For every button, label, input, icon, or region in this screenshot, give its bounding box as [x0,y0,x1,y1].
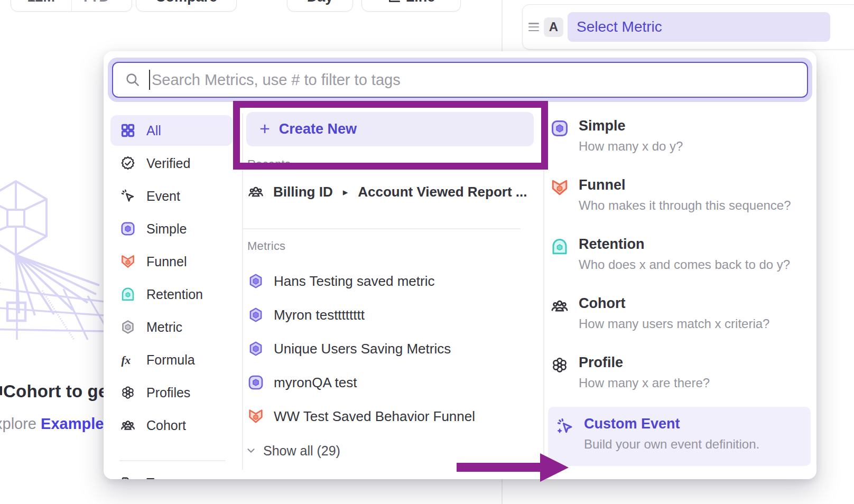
sidebar-item-label: Profiles [146,385,190,400]
sidebar-item-label: Tags [146,475,174,480]
range-ytd-button[interactable]: YTD [71,0,132,11]
sidebar-item-funnel[interactable]: Funnel [110,246,233,277]
retention-metric-icon [550,237,569,256]
sidebar-item-label: All [146,123,161,138]
sidebar-item-retention[interactable]: Retention [110,279,233,310]
recent-item-primary: Billing ID [273,184,333,200]
list-item[interactable]: Unique Users Saving Metrics [247,332,522,366]
profiles-flower-icon [119,384,136,401]
compare-button[interactable]: Compare [136,0,237,12]
simple-metric-icon [119,220,136,237]
metric-item-label: Unique Users Saving Metrics [274,341,451,357]
breadcrumb-arrow-icon: ▸ [343,186,348,198]
metrics-header: Metrics [247,239,285,253]
simple-metric-icon [247,374,264,391]
type-title: Funnel [579,177,791,193]
custom-event-cursor-icon [555,417,574,436]
type-description: Who does x and comes back to do y? [579,257,790,272]
formula-fx-icon: fx [119,351,136,368]
type-option-retention[interactable]: Retention Who does x and comes back to d… [550,236,813,272]
explore-prefix: xplore [0,415,36,432]
sidebar-item-label: Metric [146,320,182,335]
chart-type-line-button[interactable]: Line [361,0,461,12]
example-reports-link[interactable]: Example [41,415,104,432]
empty-state-heading: Cohort to ge [3,381,108,402]
range-12m-button[interactable]: 12M [11,0,71,11]
sidebar-item-label: Funnel [146,254,187,269]
simple-metric-icon [550,119,569,138]
select-metric-pill[interactable]: Select Metric [568,12,830,42]
sidebar-item-cohort[interactable]: Cohort [110,410,233,441]
metric-item-label: WW Test Saved Behavior Funnel [274,408,475,425]
section-divider [242,228,521,229]
purple-metric-hexagon-icon [247,306,264,323]
search-input[interactable]: Search Metrics, use # to filter to tags [112,62,808,98]
sidebar-item-label: Event [146,189,180,204]
list-item[interactable]: WW Test Saved Behavior Funnel [247,399,522,433]
line-chart-icon [387,0,401,4]
recent-item-secondary: Account Viewed Report ... [358,184,527,200]
sidebar-item-formula[interactable]: fx Formula [110,344,233,375]
recents-header: Recents [247,157,291,171]
line-label: Line [406,0,435,5]
sidebar-item-all[interactable]: All [110,115,233,146]
type-option-simple[interactable]: Simple How many x do y? [550,118,813,154]
list-item[interactable]: Hans Testing saved metric [247,264,522,298]
search-placeholder: Search Metrics, use # to filter to tags [152,71,401,89]
sidebar-item-verified[interactable]: Verified [110,148,233,179]
day-label: Day [307,0,333,5]
tag-icon [119,474,136,479]
date-range-group: 12M YTD [11,0,132,12]
type-title: Simple [579,118,683,134]
sidebar-item-profiles[interactable]: Profiles [110,377,233,408]
event-cursor-icon [119,188,136,204]
list-item[interactable]: myronQA test [247,366,522,399]
saved-metric-icon [119,319,136,335]
column-divider [242,114,243,470]
sidebar-item-metric[interactable]: Metric [110,312,233,342]
cohort-people-icon [119,417,136,434]
sidebar-item-label: Formula [146,352,195,368]
type-title: Cohort [579,295,769,312]
sidebar-item-event[interactable]: Event [110,181,233,211]
empty-state-subtext: xplore Example Reports [0,415,113,433]
type-title: Profile [579,354,710,371]
type-option-custom-event[interactable]: Custom Event Build your own event defini… [548,407,811,466]
compare-label: Compare [155,0,217,5]
metric-item-label: Myron testttttttt [274,307,365,323]
metric-item-label: myronQA test [274,375,357,391]
series-a-badge: A [544,17,563,37]
sidebar-item-tags[interactable]: Tags [110,468,233,479]
type-description: Build your own event definition. [584,437,759,452]
sidebar-item-simple[interactable]: Simple [110,213,233,244]
chevron-down-icon [245,445,257,456]
purple-metric-hexagon-icon [247,340,264,357]
annotation-arrow [457,463,541,472]
create-new-button[interactable]: + Create New [246,112,534,146]
chevron-down-icon [113,0,123,2]
plus-icon: + [259,119,270,137]
type-option-profile[interactable]: Profile How many x are there? [550,354,813,390]
type-option-cohort[interactable]: Cohort How many users match x criteria? [550,295,813,331]
sidebar-item-label: Retention [146,287,203,302]
interval-day-button[interactable]: Day [287,0,353,12]
grid-icon [119,122,136,139]
search-icon [125,72,141,88]
range-ytd-label: YTD [81,0,109,5]
metric-query-card: A Select Metric [522,4,854,50]
show-all-label: Show all (29) [263,443,340,459]
retention-metric-icon [119,286,136,303]
cohort-people-icon [550,296,569,315]
svg-text:fx: fx [122,354,131,367]
create-new-label: Create New [279,121,357,137]
list-item[interactable]: Myron testttttttt [247,298,522,332]
show-all-button[interactable]: Show all (29) [245,441,340,460]
verified-badge-icon [119,155,136,172]
saved-metrics-list: Hans Testing saved metric Myron testtttt… [247,264,522,433]
drag-handle-icon[interactable] [528,23,539,31]
purple-metric-hexagon-icon [247,273,264,290]
sidebar-item-label: Verified [146,156,190,171]
recent-item[interactable]: Billing ID ▸ Account Viewed Report ... [247,180,527,204]
funnel-metric-icon [247,408,264,425]
type-option-funnel[interactable]: Funnel Who makes it through this sequenc… [550,177,813,213]
